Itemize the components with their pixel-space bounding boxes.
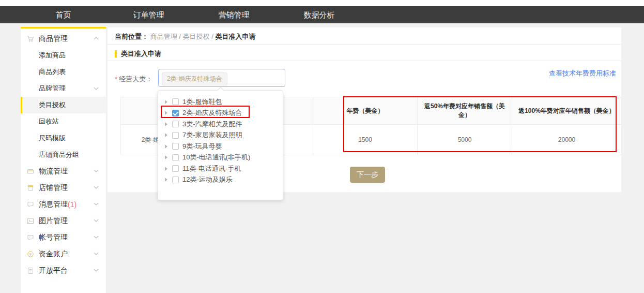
- checkbox-unchecked[interactable]: [172, 121, 179, 127]
- page-title: 类目准入申请: [121, 49, 161, 58]
- header-rebate-100: 返100%年费对应年销售额（美金）: [512, 97, 622, 125]
- platform-icon: [27, 267, 34, 274]
- sidebar-item-label: 品牌管理: [39, 84, 66, 92]
- dropdown-option-4[interactable]: 7类-家居家装及照明: [158, 130, 283, 141]
- sidebar-item-product-list[interactable]: 商品列表: [21, 64, 106, 80]
- funds-icon: ¥: [27, 251, 34, 258]
- dropdown-option-5[interactable]: 9类-玩具母婴: [158, 141, 283, 152]
- message-icon: [27, 201, 34, 208]
- sidebar-item-size-template[interactable]: 尺码模版: [21, 130, 106, 146]
- breadcrumb: 当前位置： 商品管理 / 类目授权 / 类目准入申请: [115, 32, 255, 41]
- dropdown-option-6[interactable]: 10类-电话通讯(非手机): [158, 152, 283, 164]
- expand-caret-icon[interactable]: [165, 144, 167, 149]
- breadcrumb-item-product-management[interactable]: 商品管理: [150, 33, 177, 40]
- chevron-down-icon: [94, 252, 99, 255]
- sidebar-item-add-product[interactable]: 添加商品: [21, 47, 106, 64]
- breadcrumb-item-current: 类目准入申请: [215, 33, 255, 40]
- sidebar-item-label: 店铺管理: [39, 183, 68, 193]
- dropdown-option-7[interactable]: 11类-电话通讯-手机: [158, 163, 283, 174]
- sidebar-item-open-platform[interactable]: 开放平台: [21, 262, 106, 279]
- sidebar-item-label: 物流管理: [39, 167, 68, 176]
- nav-item-analytics[interactable]: 数据分析: [277, 6, 362, 23]
- top-white-strip: [0, 0, 644, 6]
- expand-caret-icon[interactable]: [165, 167, 167, 171]
- business-category-label: *经营大类：: [115, 75, 152, 84]
- divider: [108, 44, 621, 45]
- section-accent-bar: [115, 50, 117, 57]
- header-annual-fee: 年费（美金）: [313, 97, 418, 125]
- chevron-down-icon: [94, 236, 99, 239]
- chevron-up-icon: [94, 37, 99, 40]
- chevron-down-icon: [94, 219, 99, 222]
- top-navbar: 首页 订单管理 营销管理 数据分析: [0, 6, 644, 23]
- cell-rebate-100: 20000: [512, 125, 622, 155]
- nav-item-marketing[interactable]: 营销管理: [191, 6, 277, 23]
- sidebar-item-account-management[interactable]: 帐号管理: [21, 229, 106, 246]
- breadcrumb-separator: /: [179, 33, 181, 40]
- cell-rebate-50: 5000: [418, 125, 512, 155]
- dropdown-option-2[interactable]: 2类-婚庆及特殊场合: [158, 108, 283, 119]
- account-icon: [27, 234, 34, 241]
- chevron-down-icon: [94, 202, 99, 206]
- checkbox-unchecked[interactable]: [172, 143, 179, 150]
- sidebar-item-shop-management[interactable]: 店铺管理: [21, 180, 106, 196]
- required-asterisk: *: [115, 75, 117, 83]
- shop-icon: [27, 184, 34, 192]
- sidebar-item-label: 消息管理: [39, 200, 68, 209]
- sidebar-item-label: 帐号管理: [39, 233, 68, 242]
- sidebar-item-logistics-management[interactable]: 物流管理: [21, 163, 106, 180]
- nav-item-orders[interactable]: 订单管理: [106, 6, 191, 23]
- expand-caret-icon[interactable]: [165, 133, 167, 137]
- checkbox-unchecked[interactable]: [172, 98, 179, 105]
- sidebar-item-recycle-bin[interactable]: 回收站: [21, 113, 106, 130]
- header-rebate-50: 返50%年费对应年销售额（美金）: [418, 97, 512, 125]
- dropdown-option-3[interactable]: 3类-汽摩相关及配件: [158, 119, 283, 130]
- fee-standard-link[interactable]: 查看技术年费费用标准: [549, 69, 616, 78]
- next-step-button[interactable]: 下一步: [350, 167, 385, 183]
- sidebar-item-brand-management[interactable]: 品牌管理: [21, 80, 106, 97]
- selected-category-tag[interactable]: 2类-婚庆及特殊场合: [162, 72, 227, 85]
- checkbox-unchecked[interactable]: [172, 154, 179, 161]
- dropdown-option-1[interactable]: 1类-服饰鞋包: [158, 96, 283, 108]
- sidebar-item-label: 商品管理: [39, 34, 68, 43]
- checkbox-unchecked[interactable]: [172, 177, 179, 183]
- cart-icon: [27, 35, 34, 42]
- breadcrumb-separator: /: [211, 33, 213, 40]
- breadcrumb-prefix: 当前位置：: [115, 33, 148, 40]
- chevron-down-icon: [94, 87, 99, 90]
- business-category-input[interactable]: 2类-婚庆及特殊场合: [158, 69, 285, 87]
- category-dropdown: 1类-服饰鞋包 2类-婚庆及特殊场合 3类-汽摩相关及配件 7类-家居家装及照明…: [158, 91, 283, 200]
- unread-count-badge: (1): [68, 200, 76, 209]
- image-icon: [27, 217, 34, 225]
- chevron-down-icon: [94, 169, 99, 172]
- sidebar-item-label: 资金账户: [39, 250, 68, 259]
- chevron-down-icon: [94, 269, 99, 272]
- expand-caret-icon[interactable]: [165, 111, 167, 115]
- checkbox-unchecked[interactable]: [172, 165, 179, 172]
- dropdown-option-8[interactable]: 12类-运动及娱乐: [158, 174, 283, 186]
- sidebar-item-message-management[interactable]: 消息管理(1): [21, 196, 106, 213]
- sidebar-item-product-management[interactable]: 商品管理: [21, 31, 106, 47]
- sidebar-item-category-authorization[interactable]: 类目授权: [21, 97, 106, 113]
- seller-admin-screen: 首页 订单管理 营销管理 数据分析 商品管理 添加商品 商品列表 品牌管理 类目…: [0, 0, 644, 293]
- breadcrumb-item-category-authorization[interactable]: 类目授权: [183, 33, 210, 40]
- sidebar-item-funds-account[interactable]: ¥ 资金账户: [21, 246, 106, 262]
- svg-text:¥: ¥: [29, 252, 32, 257]
- checkbox-unchecked[interactable]: [172, 132, 179, 139]
- expand-caret-icon[interactable]: [165, 100, 167, 104]
- sidebar-item-shop-product-group[interactable]: 店铺商品分组: [21, 146, 106, 163]
- expand-caret-icon[interactable]: [165, 155, 167, 159]
- cell-annual-fee: 1500: [313, 125, 418, 155]
- sidebar-item-label: 图片管理: [39, 216, 68, 226]
- divider: [108, 61, 621, 61]
- checkbox-checked[interactable]: [172, 110, 179, 116]
- sidebar-item-label: 开放平台: [39, 266, 68, 275]
- nav-item-home[interactable]: 首页: [21, 6, 106, 23]
- chevron-down-icon: [94, 186, 99, 189]
- logistics-icon: [27, 168, 34, 175]
- sidebar: 商品管理 添加商品 商品列表 品牌管理 类目授权 回收站 尺码模版 店铺商品分组…: [21, 27, 106, 293]
- sidebar-item-image-management[interactable]: 图片管理: [21, 213, 106, 229]
- expand-caret-icon[interactable]: [165, 178, 167, 182]
- expand-caret-icon[interactable]: [165, 122, 167, 126]
